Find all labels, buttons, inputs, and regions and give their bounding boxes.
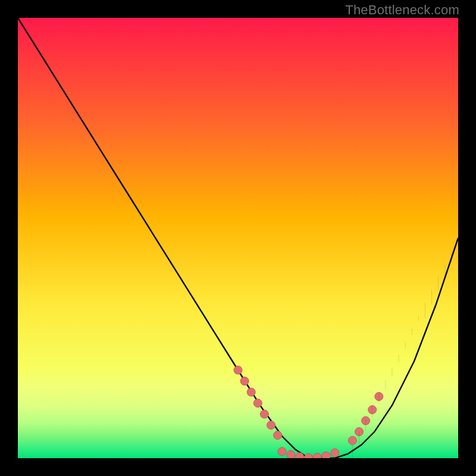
chart-stage: TheBottleneck.com xyxy=(0,0,476,476)
data-point xyxy=(253,399,262,408)
dot-group xyxy=(234,366,383,458)
data-point xyxy=(322,452,330,458)
data-point xyxy=(278,447,286,456)
data-point xyxy=(287,450,295,458)
data-point xyxy=(247,388,255,396)
watermark-text: TheBottleneck.com xyxy=(345,2,459,18)
plot-area xyxy=(18,18,458,458)
data-point xyxy=(240,377,249,386)
data-point xyxy=(267,421,275,430)
spike-texture xyxy=(352,238,458,458)
data-point xyxy=(331,449,339,457)
data-point xyxy=(274,431,282,440)
data-point xyxy=(348,436,356,444)
data-point xyxy=(234,366,242,374)
bottleneck-curve xyxy=(18,18,458,458)
data-point xyxy=(260,410,268,418)
data-point xyxy=(296,453,304,458)
data-point xyxy=(304,453,312,458)
curve-layer xyxy=(18,18,458,458)
data-point xyxy=(313,453,321,459)
